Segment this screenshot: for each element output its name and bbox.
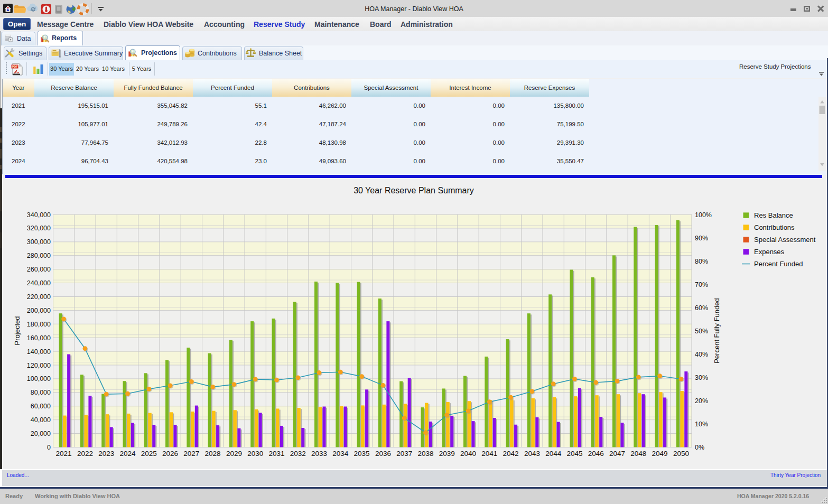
svg-text:2050: 2050 [673,450,689,458]
svg-text:2022: 2022 [77,450,93,458]
svg-text:2023: 2023 [98,450,114,458]
svg-text:2032: 2032 [290,450,306,458]
svg-text:2021: 2021 [56,450,72,458]
svg-text:20%: 20% [695,397,708,405]
svg-text:2028: 2028 [205,450,221,458]
svg-text:2030: 2030 [247,450,263,458]
svg-text:280,000: 280,000 [27,252,51,259]
svg-text:40,000: 40,000 [31,416,51,424]
svg-text:40%: 40% [695,351,708,358]
svg-text:320,000: 320,000 [27,225,51,232]
svg-text:80,000: 80,000 [31,389,51,396]
svg-text:Contributions: Contributions [754,223,795,231]
svg-text:50%: 50% [695,328,708,335]
svg-text:0: 0 [47,444,51,451]
svg-text:120,000: 120,000 [27,362,51,369]
svg-text:PDF: PDF [12,65,18,68]
svg-text:60,000: 60,000 [31,403,51,410]
svg-text:2045: 2045 [566,450,582,458]
svg-text:60%: 60% [695,304,708,312]
svg-text:2041: 2041 [481,450,497,458]
svg-text:2034: 2034 [332,450,349,458]
svg-text:90%: 90% [695,235,708,242]
svg-text:2029: 2029 [226,450,242,458]
svg-text:2043: 2043 [524,450,540,458]
svg-text:10%: 10% [695,421,708,428]
svg-text:2039: 2039 [439,450,455,458]
svg-text:300,000: 300,000 [27,238,51,246]
svg-text:2047: 2047 [609,450,625,458]
svg-text:2040: 2040 [460,450,476,458]
svg-text:2042: 2042 [503,450,519,458]
svg-text:30 Year Reserve Plan Summary: 30 Year Reserve Plan Summary [353,186,474,195]
svg-text:2026: 2026 [162,450,178,458]
svg-text:Projected: Projected [13,316,21,346]
svg-text:2044: 2044 [545,450,562,458]
svg-text:2036: 2036 [375,450,391,458]
svg-text:240,000: 240,000 [27,279,51,287]
svg-text:220,000: 220,000 [27,293,51,301]
svg-text:140,000: 140,000 [27,348,51,356]
svg-text:2031: 2031 [268,450,284,458]
svg-text:200,000: 200,000 [27,307,51,314]
svg-text:Percent Fully Funded: Percent Fully Funded [713,298,721,363]
svg-text:260,000: 260,000 [27,266,51,273]
svg-text:Res Balance: Res Balance [754,211,793,219]
svg-text:180,000: 180,000 [27,321,51,328]
svg-text:Percent Funded: Percent Funded [754,260,803,268]
svg-text:2048: 2048 [630,450,646,458]
svg-text:70%: 70% [695,281,708,288]
svg-text:2038: 2038 [417,450,433,458]
svg-text:2024: 2024 [119,450,136,458]
svg-text:2046: 2046 [588,450,604,458]
svg-text:2037: 2037 [396,450,412,458]
svg-text:Expenses: Expenses [754,248,785,256]
svg-text:30%: 30% [695,374,708,381]
svg-text:2049: 2049 [652,450,668,458]
svg-text:100,000: 100,000 [27,375,51,382]
svg-text:0%: 0% [695,444,704,451]
svg-text:100%: 100% [695,211,712,219]
svg-text:160,000: 160,000 [27,334,51,342]
svg-text:2025: 2025 [141,450,157,458]
svg-text:2027: 2027 [183,450,199,458]
svg-text:2035: 2035 [354,450,370,458]
svg-text:20,000: 20,000 [31,430,51,437]
svg-text:2033: 2033 [311,450,327,458]
svg-text:Special Assessment: Special Assessment [754,236,816,244]
svg-text:340,000: 340,000 [27,211,51,219]
svg-text:80%: 80% [695,258,708,265]
